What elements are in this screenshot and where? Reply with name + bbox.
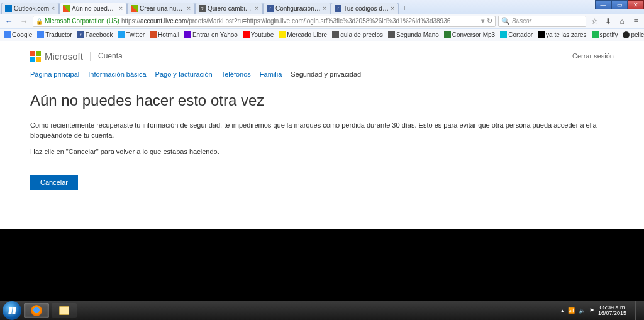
nav-pay[interactable]: Pago y facturación: [155, 70, 213, 78]
bookmark-favicon-icon: [623, 31, 630, 38]
nav-security[interactable]: Seguridad y privacidad: [291, 70, 361, 78]
paragraph-1: Como recientemente recuperaste tu inform…: [30, 121, 614, 141]
search-placeholder: Buscar: [512, 18, 531, 25]
tray-up-icon[interactable]: ▴: [561, 307, 564, 314]
browser-tab[interactable]: Aún no puedes hacer es...×: [59, 3, 127, 14]
bookmark-favicon-icon: [243, 31, 250, 38]
site-identity[interactable]: 🔒 Microsoft Corporation (US): [36, 18, 119, 25]
home-button[interactable]: ⌂: [616, 17, 628, 26]
bookmark-item[interactable]: Conversor Mp3: [444, 31, 495, 38]
nav-phones[interactable]: Teléfonos: [221, 70, 251, 78]
url-host: account.live.com: [140, 18, 187, 25]
bookmark-item[interactable]: Cortador: [500, 31, 533, 38]
tab-title: Crear una nueva pregun...: [140, 5, 185, 12]
bookmark-favicon-icon: [150, 31, 157, 38]
bookmark-label: Entrar en Yahoo: [192, 31, 238, 38]
bookmark-item[interactable]: Entrar en Yahoo: [184, 31, 238, 38]
tab-close-button[interactable]: ×: [255, 5, 258, 12]
browser-tab[interactable]: fTus códigos de aprobac...×: [331, 3, 399, 14]
browser-tab[interactable]: Crear una nueva pregun...×: [127, 3, 195, 14]
downloads-button[interactable]: ⬇: [602, 17, 614, 26]
paragraph-2: Haz clic en "Cancelar" para volver a lo …: [30, 147, 614, 157]
browser-tab[interactable]: Outlook.com×: [1, 3, 59, 14]
bookmark-item[interactable]: Mercado Libre: [279, 31, 327, 38]
bookmark-item[interactable]: Google: [4, 31, 32, 38]
ms-header: Microsoft | Cuenta Cerrar sesión: [30, 41, 614, 65]
browser-tab[interactable]: ?Quiero cambiar mi num...×: [195, 3, 263, 14]
nav-family[interactable]: Familia: [260, 70, 282, 78]
url-bar[interactable]: 🔒 Microsoft Corporation (US) https://acc…: [33, 16, 496, 27]
tab-favicon-icon: ?: [199, 5, 206, 12]
tray-clock[interactable]: 05:39 a.m. 16/07/2015: [598, 305, 629, 317]
tab-close-button[interactable]: ×: [119, 5, 123, 12]
maximize-button[interactable]: ▭: [611, 0, 628, 9]
cancel-button[interactable]: Cancelar: [30, 175, 78, 190]
bookmark-item[interactable]: Youtube: [243, 31, 274, 38]
menu-button[interactable]: ≡: [630, 17, 641, 26]
bookmark-favicon-icon: [592, 31, 599, 38]
lock-icon: 🔒: [36, 18, 43, 25]
task-explorer[interactable]: [52, 303, 77, 318]
start-button[interactable]: [3, 301, 21, 320]
bookmark-item[interactable]: peliculas: [623, 31, 644, 38]
back-button[interactable]: ←: [3, 15, 15, 28]
tab-close-button[interactable]: ×: [187, 5, 191, 12]
taskbar: ▴ 📶 🔈 ⚑ 05:39 a.m. 16/07/2015: [0, 301, 644, 320]
bookmark-label: guia de precios: [340, 31, 383, 38]
signout-link[interactable]: Cerrar sesión: [572, 52, 614, 60]
bookmark-item[interactable]: ya te las zares: [538, 31, 586, 38]
search-bar[interactable]: 🔍 Buscar: [498, 16, 586, 27]
ms-account-label: Cuenta: [98, 52, 123, 60]
bookmark-label: Segunda Mano: [396, 31, 439, 38]
tab-close-button[interactable]: ×: [51, 5, 55, 12]
url-text[interactable]: https://account.live.com/proofs/MarkLost…: [121, 18, 479, 25]
tab-favicon-icon: [63, 5, 70, 12]
tab-favicon-icon: [131, 5, 138, 12]
bookmark-item[interactable]: guia de precios: [332, 31, 383, 38]
bookmark-item[interactable]: Segunda Mano: [388, 31, 439, 38]
bookmark-item[interactable]: spotify: [592, 31, 618, 38]
bookmark-label: Twitter: [126, 31, 145, 38]
bookmark-favicon-icon: [4, 31, 11, 38]
bookmark-label: Hotmail: [158, 31, 179, 38]
tray-network-icon[interactable]: 📶: [568, 307, 575, 314]
task-firefox[interactable]: [24, 303, 49, 318]
bookmark-label: Facebook: [86, 31, 113, 38]
page-title: Aún no puedes hacer esto otra vez: [30, 92, 614, 109]
bookmark-favicon-icon: [332, 31, 339, 38]
tab-close-button[interactable]: ×: [391, 5, 394, 12]
brand-separator: |: [89, 50, 92, 62]
ms-brand[interactable]: Microsoft | Cuenta: [30, 50, 123, 62]
browser-tab[interactable]: fConfiguración de seguri...×: [263, 3, 331, 14]
nav-basic[interactable]: Información básica: [88, 70, 146, 78]
bookmark-item[interactable]: fFacebook: [77, 31, 113, 38]
new-tab-button[interactable]: +: [399, 4, 410, 14]
bookmark-item[interactable]: Twitter: [118, 31, 145, 38]
bookmark-favicon-icon: [279, 31, 286, 38]
bookmark-favicon-icon: [500, 31, 507, 38]
bookmarks-toolbar: GoogleTraductorfFacebookTwitterHotmailEn…: [0, 29, 644, 41]
minimize-button[interactable]: —: [595, 0, 611, 9]
browser-tab-strip: Outlook.com×Aún no puedes hacer es...×Cr…: [0, 0, 644, 14]
microsoft-logo-icon: [30, 51, 41, 62]
bookmark-star-button[interactable]: ☆: [589, 17, 600, 26]
letterbox: [0, 229, 644, 301]
history-dropdown-icon[interactable]: ▾: [481, 17, 485, 25]
nav-home[interactable]: Página principal: [30, 70, 79, 78]
window-controls: — ▭ ✕: [595, 0, 644, 9]
reload-button[interactable]: ↻: [487, 17, 492, 25]
tray-action-center-icon[interactable]: ⚑: [589, 307, 594, 314]
tray-sound-icon[interactable]: 🔈: [579, 307, 586, 314]
tab-close-button[interactable]: ×: [323, 5, 326, 12]
bookmark-favicon-icon: f: [77, 31, 84, 38]
close-window-button[interactable]: ✕: [628, 0, 644, 9]
windows-logo-icon: [8, 307, 16, 314]
show-desktop-button[interactable]: [635, 301, 641, 320]
identity-label: Microsoft Corporation (US): [45, 18, 119, 25]
bookmark-item[interactable]: Hotmail: [150, 31, 179, 38]
bookmark-favicon-icon: [444, 31, 451, 38]
tab-title: Tus códigos de aprobac...: [343, 5, 389, 12]
forward-button[interactable]: →: [18, 15, 30, 28]
bookmark-favicon-icon: [37, 31, 44, 38]
bookmark-item[interactable]: Traductor: [37, 31, 72, 38]
